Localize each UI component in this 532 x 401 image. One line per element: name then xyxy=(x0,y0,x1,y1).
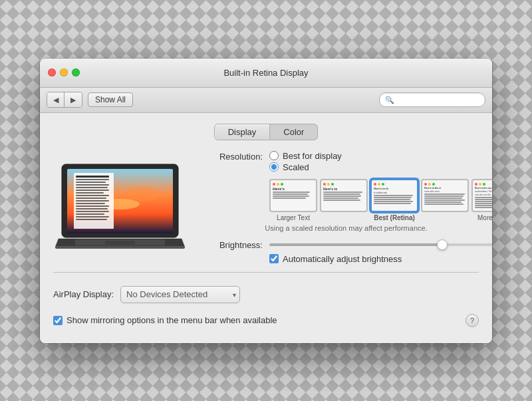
settings-panel: Resolution: Best for display Scaled xyxy=(200,151,492,264)
maximize-button[interactable] xyxy=(72,68,80,76)
svg-rect-26 xyxy=(105,241,135,245)
svg-rect-23 xyxy=(76,219,107,220)
mirroring-checkbox[interactable] xyxy=(53,316,63,325)
svg-rect-14 xyxy=(76,195,109,196)
scaled-label: Scaled xyxy=(283,162,309,172)
performance-note: Using a scaled resolution may affect per… xyxy=(173,224,492,232)
svg-rect-19 xyxy=(76,208,108,209)
brightness-slider[interactable] xyxy=(269,243,492,246)
svg-rect-22 xyxy=(76,216,109,217)
scale-medium-large[interactable]: Here's to xyxy=(320,179,368,221)
mirroring-row: Show mirroring options in the menu bar w… xyxy=(53,309,479,333)
airplay-dropdown[interactable]: No Devices Detected xyxy=(120,286,240,303)
scale-larger-text[interactable]: Here's Larger Text xyxy=(269,179,317,221)
help-button[interactable]: ? xyxy=(466,314,479,327)
best-for-display-row: Best for display xyxy=(269,151,342,161)
scale-best-retina-label: Best (Retina) xyxy=(374,214,415,221)
main-area: Resolution: Best for display Scaled xyxy=(53,151,479,264)
best-for-display-label: Best for display xyxy=(283,151,342,161)
search-box: 🔍 xyxy=(379,92,485,107)
scale-more-space[interactable]: Here's to the craz troublemakers. The on… xyxy=(471,179,492,221)
svg-rect-24 xyxy=(55,246,185,249)
svg-rect-11 xyxy=(76,187,108,188)
content-area: Display Color xyxy=(40,113,492,343)
resolution-options: Best for display Scaled xyxy=(269,151,342,172)
scale-best-retina[interactable]: Here's to th troublemak Best (Retina) xyxy=(370,179,418,221)
forward-button[interactable]: ▶ xyxy=(65,92,82,107)
mirroring-content: Show mirroring options in the menu bar w… xyxy=(53,315,466,325)
scale-preview-larger: Here's xyxy=(269,179,317,212)
laptop-illustration xyxy=(55,161,185,254)
search-icon: 🔍 xyxy=(385,96,394,104)
back-button[interactable]: ◀ xyxy=(47,92,65,107)
svg-rect-16 xyxy=(76,200,109,201)
svg-rect-18 xyxy=(76,205,109,207)
svg-rect-20 xyxy=(76,211,109,212)
svg-rect-12 xyxy=(76,190,109,191)
preferences-window: Built-in Retina Display ◀ ▶ Show All 🔍 D… xyxy=(40,59,492,343)
minimize-button[interactable] xyxy=(60,68,68,76)
traffic-lights xyxy=(48,68,80,76)
close-button[interactable] xyxy=(48,68,56,76)
tabs-bar: Display Color xyxy=(53,124,479,140)
airplay-label: AirPlay Display: xyxy=(53,289,114,299)
scale-options-container: Here's Larger Text xyxy=(269,179,492,221)
auto-brightness-row: Automatically adjust brightness xyxy=(269,254,492,264)
nav-buttons: ◀ ▶ xyxy=(47,92,82,108)
scaled-row: Scaled xyxy=(269,162,342,172)
scale-larger-text-label: Larger Text xyxy=(277,214,310,221)
resolution-row: Resolution: Best for display Scaled xyxy=(200,151,492,172)
scale-preview-more-space: Here's to the craz troublemakers. The on… xyxy=(471,179,492,212)
svg-rect-21 xyxy=(76,213,104,215)
best-for-display-radio[interactable] xyxy=(269,151,279,160)
svg-rect-15 xyxy=(76,198,106,199)
scale-preview-medium-large: Here's to xyxy=(320,179,368,212)
tab-color[interactable]: Color xyxy=(270,124,317,140)
auto-brightness-label: Automatically adjust brightness xyxy=(283,254,402,264)
laptop-image xyxy=(53,151,186,264)
divider xyxy=(53,272,479,273)
scale-options: Here's Larger Text xyxy=(269,179,492,221)
scaled-radio[interactable] xyxy=(269,162,279,172)
window-title: Built-in Retina Display xyxy=(223,68,308,78)
svg-rect-13 xyxy=(76,192,104,194)
mirroring-label: Show mirroring options in the menu bar w… xyxy=(66,315,277,325)
svg-rect-10 xyxy=(76,184,109,186)
svg-rect-7 xyxy=(76,176,109,178)
scale-preview-best: Here's to th troublemak xyxy=(370,179,418,212)
airplay-row: AirPlay Display: No Devices Detected ▾ xyxy=(53,281,479,309)
scale-more-space-label: More Space xyxy=(477,214,492,221)
tab-display[interactable]: Display xyxy=(215,124,271,140)
titlebar: Built-in Retina Display xyxy=(40,59,492,88)
svg-point-5 xyxy=(125,186,158,202)
svg-rect-9 xyxy=(76,182,106,183)
svg-rect-17 xyxy=(76,203,105,204)
scale-preview-medium-small: Here's to the cr ones who see r xyxy=(421,179,469,212)
search-input[interactable] xyxy=(397,95,479,104)
brightness-row: Brightness: xyxy=(200,240,492,250)
auto-brightness-checkbox[interactable] xyxy=(269,254,279,263)
brightness-label: Brightness: xyxy=(200,240,263,250)
svg-rect-8 xyxy=(76,179,109,180)
toolbar: ◀ ▶ Show All 🔍 xyxy=(40,88,492,113)
tabs-container: Display Color xyxy=(214,124,319,140)
airplay-dropdown-wrapper: No Devices Detected ▾ xyxy=(120,286,240,303)
show-all-button[interactable]: Show All xyxy=(88,92,133,107)
scale-medium-small[interactable]: Here's to the cr ones who see r xyxy=(421,179,469,221)
resolution-label: Resolution: xyxy=(200,151,263,162)
